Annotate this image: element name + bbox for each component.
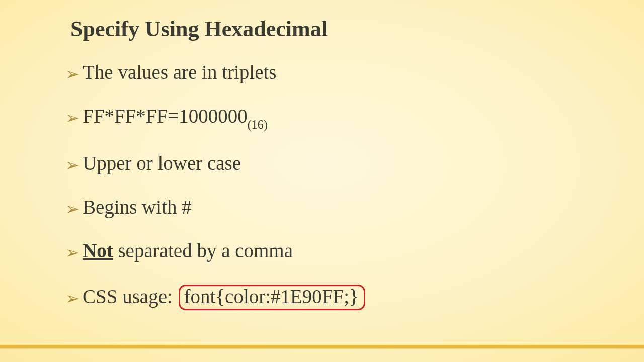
emphasis-not: Not <box>83 240 113 261</box>
bullet-row-2: ➢ FF*FF*FF=1000000(16) <box>65 106 604 129</box>
chevron-right-icon: ➢ <box>65 201 83 218</box>
bullet-row-6: ➢ CSS usage: font{color:#1E90FF;} <box>65 285 604 310</box>
css-usage-label: CSS usage: <box>83 286 178 307</box>
chevron-right-icon: ➢ <box>65 66 83 83</box>
chevron-right-icon: ➢ <box>65 110 83 127</box>
chevron-right-icon: ➢ <box>65 290 83 307</box>
chevron-right-icon: ➢ <box>65 157 83 174</box>
bullet-text: CSS usage: font{color:#1E90FF;} <box>83 285 604 310</box>
bullet-text-main: FF*FF*FF=1000000 <box>83 105 248 127</box>
subscript-base: (16) <box>248 118 268 131</box>
bullet-text: Upper or lower case <box>83 153 604 173</box>
bullet-row-4: ➢ Begins with # <box>65 197 604 217</box>
slide: Specify Using Hexadecimal ➢ The values a… <box>0 0 644 362</box>
bullet-text-rest: separated by a comma <box>113 240 293 261</box>
bullet-text: The values are in triplets <box>83 62 604 82</box>
slide-title: Specify Using Hexadecimal <box>70 16 328 42</box>
slide-body: ➢ The values are in triplets ➢ FF*FF*FF=… <box>65 62 604 310</box>
bullet-row-5: ➢ Not separated by a comma <box>65 241 604 260</box>
chevron-right-icon: ➢ <box>65 244 83 261</box>
code-box: font{color:#1E90FF;} <box>179 285 365 310</box>
bullet-text: FF*FF*FF=1000000(16) <box>83 106 604 129</box>
footer-divider <box>0 345 644 349</box>
bullet-row-1: ➢ The values are in triplets <box>65 62 604 82</box>
bullet-row-3: ➢ Upper or lower case <box>65 153 604 173</box>
bullet-text: Begins with # <box>83 197 604 217</box>
bullet-text: Not separated by a comma <box>83 241 604 260</box>
